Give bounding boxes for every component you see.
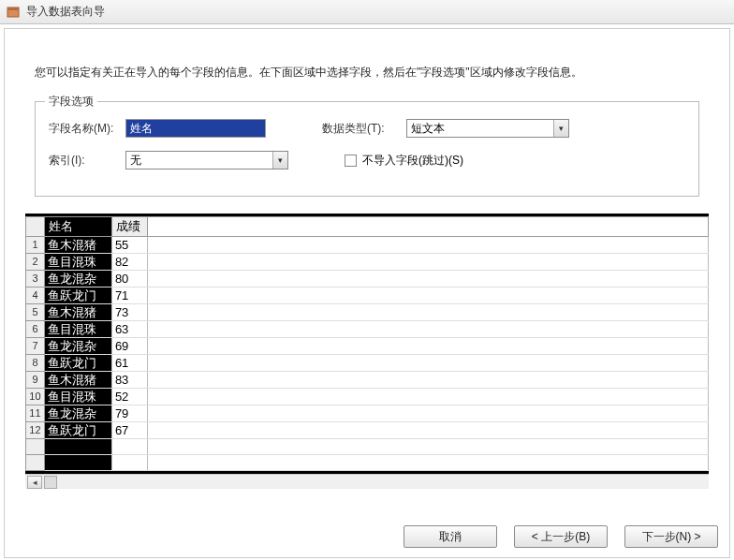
cell-name	[44, 455, 111, 471]
instruction-text: 您可以指定有关正在导入的每个字段的信息。在下面区域中选择字段，然后在"字段选项"…	[35, 65, 699, 81]
cell-name[interactable]: 鱼龙混杂	[44, 405, 111, 422]
table-row[interactable]: 2鱼目混珠82	[26, 254, 709, 271]
row-number	[26, 439, 45, 455]
row-number: 9	[26, 372, 45, 389]
data-type-select-wrap[interactable]: ▾	[406, 119, 569, 138]
cell-blank	[147, 389, 708, 405]
index-select-wrap[interactable]: ▾	[125, 151, 288, 169]
cell-name[interactable]: 鱼龙混杂	[44, 338, 111, 355]
row-number: 6	[26, 321, 45, 338]
field-name-label: 字段名称(M):	[49, 121, 116, 137]
table-row[interactable]: 11鱼龙混杂79	[26, 405, 709, 422]
cell-blank	[147, 455, 708, 471]
row-number: 8	[26, 355, 45, 372]
cell-name[interactable]: 鱼木混猪	[44, 372, 111, 389]
cell-name[interactable]: 鱼木混猪	[44, 304, 111, 321]
cell-name	[44, 439, 111, 455]
cell-score[interactable]: 80	[111, 271, 147, 287]
cell-score	[111, 439, 147, 455]
row-number: 2	[26, 254, 45, 271]
cell-name[interactable]: 鱼木混猪	[44, 237, 111, 254]
table-row[interactable]: 3鱼龙混杂80	[26, 271, 709, 287]
skip-field-checkbox[interactable]	[345, 155, 357, 167]
row-number: 10	[26, 389, 45, 405]
cell-score[interactable]: 71	[111, 287, 147, 304]
wizard-content: 您可以指定有关正在导入的每个字段的信息。在下面区域中选择字段，然后在"字段选项"…	[4, 28, 730, 558]
cell-score[interactable]: 67	[111, 422, 147, 439]
horizontal-scrollbar[interactable]: ◂	[25, 474, 709, 489]
table-row[interactable]: 6鱼目混珠63	[26, 321, 709, 338]
table-row[interactable]: 12鱼跃龙门67	[26, 422, 709, 439]
data-type-select[interactable]	[406, 119, 569, 138]
col-header-name[interactable]: 姓名	[44, 217, 111, 237]
cancel-button[interactable]: 取消	[404, 525, 497, 548]
titlebar: 导入数据表向导	[0, 0, 734, 24]
cell-name[interactable]: 鱼跃龙门	[44, 422, 111, 439]
row-number: 1	[26, 237, 45, 254]
cell-blank	[147, 338, 708, 355]
cell-score[interactable]: 63	[111, 321, 147, 338]
index-label: 索引(I):	[49, 153, 116, 169]
col-spacer	[147, 217, 708, 237]
col-header-score[interactable]: 成绩	[111, 217, 147, 237]
cell-blank	[147, 372, 708, 389]
scroll-left-icon[interactable]: ◂	[27, 476, 42, 489]
table-row[interactable]: 1鱼木混猪55	[26, 237, 709, 254]
cell-score[interactable]: 82	[111, 254, 147, 271]
cell-score	[111, 455, 147, 471]
table-row-empty	[26, 439, 709, 455]
cell-score[interactable]: 55	[111, 237, 147, 254]
index-select[interactable]	[125, 151, 288, 169]
back-button[interactable]: < 上一步(B)	[514, 525, 608, 548]
next-button[interactable]: 下一步(N) >	[624, 525, 718, 548]
row-number: 4	[26, 287, 45, 304]
data-type-label: 数据类型(T):	[322, 121, 397, 137]
cell-name[interactable]: 鱼龙混杂	[44, 271, 111, 287]
cell-score[interactable]: 52	[111, 389, 147, 405]
cell-score[interactable]: 61	[111, 355, 147, 372]
table-row[interactable]: 10鱼目混珠52	[26, 389, 709, 405]
cell-blank	[147, 405, 708, 422]
cell-blank	[147, 422, 708, 439]
cell-blank	[147, 439, 708, 455]
table-row[interactable]: 8鱼跃龙门61	[26, 355, 709, 372]
table-row[interactable]: 9鱼木混猪83	[26, 372, 709, 389]
cell-name[interactable]: 鱼目混珠	[44, 254, 111, 271]
cell-score[interactable]: 83	[111, 372, 147, 389]
cell-score[interactable]: 69	[111, 338, 147, 355]
cell-name[interactable]: 鱼目混珠	[44, 321, 111, 338]
wizard-buttons: 取消 < 上一步(B) 下一步(N) >	[404, 525, 718, 548]
preview-grid: 姓名 成绩 1鱼木混猪552鱼目混珠823鱼龙混杂804鱼跃龙门715鱼木混猪7…	[25, 214, 709, 474]
row-number: 7	[26, 338, 45, 355]
skip-field-checkbox-wrap[interactable]: 不导入字段(跳过)(S)	[345, 153, 463, 169]
cell-blank	[147, 304, 708, 321]
cell-name[interactable]: 鱼跃龙门	[44, 287, 111, 304]
cell-name[interactable]: 鱼目混珠	[44, 389, 111, 405]
table-row[interactable]: 5鱼木混猪73	[26, 304, 709, 321]
row-index-skip: 索引(I): ▾ 不导入字段(跳过)(S)	[49, 151, 685, 169]
window-title: 导入数据表向导	[26, 4, 105, 20]
cell-name[interactable]: 鱼跃龙门	[44, 355, 111, 372]
row-number: 12	[26, 422, 45, 439]
cell-score[interactable]: 79	[111, 405, 147, 422]
scroll-thumb[interactable]	[44, 476, 57, 489]
field-options-group: 字段选项 字段名称(M): 数据类型(T): ▾ 索引(I): ▾ 不导入字段(…	[35, 101, 699, 197]
cell-blank	[147, 254, 708, 271]
field-options-legend: 字段选项	[45, 94, 97, 110]
row-number: 11	[26, 405, 45, 422]
row-number: 5	[26, 304, 45, 321]
row-number: 3	[26, 271, 45, 287]
skip-field-label: 不导入字段(跳过)(S)	[362, 153, 463, 169]
table-row[interactable]: 7鱼龙混杂69	[26, 338, 709, 355]
cell-blank	[147, 355, 708, 372]
svg-rect-1	[7, 7, 19, 10]
cell-blank	[147, 271, 708, 287]
field-name-input[interactable]	[125, 119, 266, 138]
cell-blank	[147, 287, 708, 304]
table-row-empty	[26, 455, 709, 471]
table-row[interactable]: 4鱼跃龙门71	[26, 287, 709, 304]
cell-blank	[147, 237, 708, 254]
cell-score[interactable]: 73	[111, 304, 147, 321]
row-number	[26, 455, 45, 471]
rowhead-corner	[26, 217, 45, 237]
